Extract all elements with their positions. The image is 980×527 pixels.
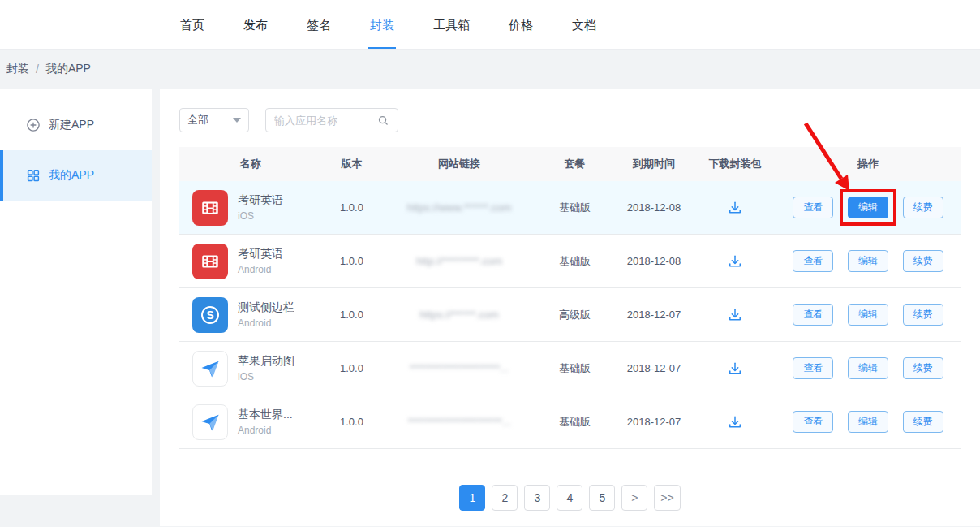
plus-circle-icon bbox=[26, 118, 41, 132]
download-package-button[interactable] bbox=[727, 414, 743, 430]
app-name: 苹果启动图 bbox=[238, 354, 294, 369]
nav-item-signature[interactable]: 签名 bbox=[305, 0, 333, 49]
nav-item-home[interactable]: 首页 bbox=[178, 0, 206, 49]
app-name: 考研英语 bbox=[238, 247, 283, 261]
site-url: ***********************... bbox=[407, 416, 510, 428]
app-name: 测试侧边栏 bbox=[238, 300, 294, 315]
app-plan: 高级版 bbox=[536, 308, 613, 322]
table-row: 考研英语 iOS 1.0.0 https://www.******.com 基础… bbox=[179, 181, 961, 235]
edit-button[interactable]: 编辑 bbox=[848, 357, 888, 380]
edit-button[interactable]: 编辑 bbox=[848, 250, 888, 273]
paper-plane-app-icon bbox=[192, 404, 228, 440]
app-version: 1.0.0 bbox=[321, 201, 382, 214]
app-plan: 基础版 bbox=[536, 201, 613, 215]
plan-filter-select[interactable]: 全部 bbox=[179, 108, 249, 132]
edit-button[interactable]: 编辑 bbox=[848, 197, 888, 219]
app-search-box bbox=[265, 108, 398, 132]
app-name: 基本世界... bbox=[238, 408, 293, 422]
sidebar: 新建APP 我的APP bbox=[0, 89, 152, 495]
column-header: 套餐 bbox=[536, 157, 613, 171]
edit-button[interactable]: 编辑 bbox=[848, 304, 888, 326]
film-app-icon bbox=[192, 244, 228, 279]
sidebar-app-icon: S bbox=[192, 297, 228, 333]
plan-filter-value: 全部 bbox=[187, 113, 208, 127]
sidebar-item-new-app[interactable]: 新建APP bbox=[0, 100, 152, 150]
expiry-date: 2018-12-08 bbox=[613, 201, 694, 214]
table-row: S 测试侧边栏 Android 1.0.0 https://******.com… bbox=[179, 288, 961, 342]
sidebar-item-label: 我的APP bbox=[49, 168, 94, 183]
renew-button[interactable]: 续费 bbox=[903, 357, 943, 380]
download-package-button[interactable] bbox=[727, 307, 743, 323]
expiry-date: 2018-12-07 bbox=[613, 416, 694, 428]
site-url: https://******.com bbox=[419, 309, 499, 321]
view-button[interactable]: 查看 bbox=[793, 411, 833, 434]
view-button[interactable]: 查看 bbox=[793, 197, 833, 219]
renew-button[interactable]: 续费 bbox=[903, 411, 943, 434]
app-name-search-input[interactable] bbox=[274, 114, 377, 127]
breadcrumb-separator: / bbox=[36, 63, 39, 76]
top-nav: 首页 发布 签名 封装 工具箱 价格 文档 bbox=[0, 0, 980, 50]
view-button[interactable]: 查看 bbox=[793, 357, 833, 380]
view-button[interactable]: 查看 bbox=[793, 250, 833, 273]
table-row: 考研英语 Android 1.0.0 http://*********.com … bbox=[179, 235, 961, 288]
app-platform: iOS bbox=[238, 371, 294, 382]
download-package-button[interactable] bbox=[727, 200, 743, 216]
app-version: 1.0.0 bbox=[321, 255, 382, 267]
app-platform: Android bbox=[238, 425, 293, 436]
grid-icon bbox=[26, 168, 41, 183]
app-version: 1.0.0 bbox=[321, 416, 382, 428]
sidebar-item-my-app[interactable]: 我的APP bbox=[0, 150, 152, 201]
page-button-3[interactable]: 3 bbox=[524, 485, 550, 511]
breadcrumb: 封装 / 我的APP bbox=[0, 50, 980, 89]
breadcrumb-my-app: 我的APP bbox=[45, 62, 91, 76]
table-row: 基本世界... Android 1.0.0 ******************… bbox=[179, 395, 961, 449]
search-icon[interactable] bbox=[377, 114, 389, 127]
app-plan: 基础版 bbox=[536, 254, 613, 269]
download-package-button[interactable] bbox=[727, 253, 743, 270]
page-button-5[interactable]: 5 bbox=[589, 485, 615, 511]
sidebar-item-label: 新建APP bbox=[49, 118, 94, 132]
nav-item-price[interactable]: 价格 bbox=[507, 0, 535, 49]
download-package-button[interactable] bbox=[727, 361, 743, 377]
site-url: **********************... bbox=[410, 362, 509, 374]
nav-item-package[interactable]: 封装 bbox=[368, 0, 396, 49]
app-plan: 基础版 bbox=[536, 361, 613, 376]
chevron-down-icon bbox=[233, 118, 241, 123]
renew-button[interactable]: 续费 bbox=[903, 304, 943, 326]
page-button-4[interactable]: 4 bbox=[557, 485, 582, 511]
pagination: 1 2 3 4 5 > >> bbox=[179, 485, 961, 511]
column-header: 网站链接 bbox=[382, 157, 536, 171]
expiry-date: 2018-12-07 bbox=[613, 309, 694, 321]
edit-button[interactable]: 编辑 bbox=[848, 411, 888, 434]
app-table: 名称 版本 网站链接 套餐 到期时间 下载封装包 操作 bbox=[179, 147, 961, 449]
main-panel: 全部 名称 版本 网站链接 套餐 到期时间 下载封装包 操 bbox=[160, 89, 980, 526]
nav-item-toolbox[interactable]: 工具箱 bbox=[432, 0, 471, 49]
expiry-date: 2018-12-08 bbox=[613, 255, 694, 267]
column-header: 到期时间 bbox=[613, 157, 694, 171]
svg-text:S: S bbox=[206, 309, 213, 322]
column-header: 下载封装包 bbox=[694, 157, 776, 171]
film-app-icon bbox=[192, 190, 228, 226]
app-platform: Android bbox=[238, 317, 294, 329]
last-page-button[interactable]: >> bbox=[654, 485, 680, 511]
column-header: 名称 bbox=[179, 157, 321, 171]
column-header: 操作 bbox=[776, 157, 961, 171]
nav-item-publish[interactable]: 发布 bbox=[242, 0, 269, 49]
column-header: 版本 bbox=[321, 157, 382, 171]
breadcrumb-package[interactable]: 封装 bbox=[6, 62, 29, 76]
app-version: 1.0.0 bbox=[321, 362, 382, 374]
next-page-button[interactable]: > bbox=[621, 485, 647, 511]
nav-item-docs[interactable]: 文档 bbox=[570, 0, 598, 49]
table-row: 苹果启动图 iOS 1.0.0 **********************..… bbox=[179, 342, 961, 395]
expiry-date: 2018-12-07 bbox=[613, 362, 694, 374]
app-name: 考研英语 bbox=[238, 193, 283, 208]
site-url: https://www.******.com bbox=[407, 201, 512, 214]
view-button[interactable]: 查看 bbox=[793, 304, 833, 326]
app-version: 1.0.0 bbox=[321, 309, 382, 321]
renew-button[interactable]: 续费 bbox=[903, 250, 943, 273]
page-button-2[interactable]: 2 bbox=[492, 485, 518, 511]
page-button-1[interactable]: 1 bbox=[459, 485, 485, 511]
paper-plane-app-icon bbox=[192, 351, 228, 387]
table-header-row: 名称 版本 网站链接 套餐 到期时间 下载封装包 操作 bbox=[179, 147, 961, 181]
renew-button[interactable]: 续费 bbox=[903, 197, 943, 219]
